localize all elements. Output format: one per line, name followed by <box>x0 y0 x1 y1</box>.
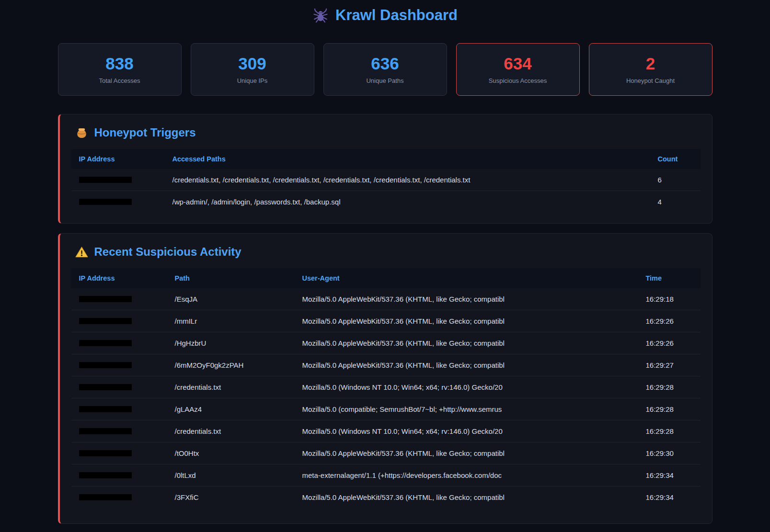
page-title: Krawl Dashboard <box>58 7 713 24</box>
ip-cell <box>71 332 167 354</box>
page-title-text: Krawl Dashboard <box>335 7 458 24</box>
time-cell: 16:29:28 <box>638 420 701 442</box>
table-row: /EsqJA Mozilla/5.0 AppleWebKit/537.36 (K… <box>71 288 701 310</box>
time-cell: 16:29:26 <box>638 310 701 332</box>
ip-cell <box>71 288 167 310</box>
table-row: /HgHzbrU Mozilla/5.0 AppleWebKit/537.36 … <box>71 332 701 354</box>
path-cell: /6mM2OyF0gk2zPAH <box>167 354 295 376</box>
redacted-ip-bar <box>79 340 132 346</box>
table-row: /0ltLxd meta-externalagent/1.1 (+https:/… <box>71 464 701 487</box>
path-cell: /tO0Htx <box>167 442 295 464</box>
ip-cell <box>71 398 167 420</box>
suspicious-activity-title-text: Recent Suspicious Activity <box>94 245 241 259</box>
ip-cell <box>71 487 167 509</box>
table-row: /credentials.txt Mozilla/5.0 (Windows NT… <box>71 376 701 398</box>
table-row: /wp-admin/, /admin/login, /passwords.txt… <box>71 191 701 213</box>
honeypot-header-row: IP Address Accessed Paths Count <box>71 149 701 169</box>
ip-cell <box>71 420 167 442</box>
ip-cell <box>71 191 165 213</box>
ip-cell <box>71 376 167 398</box>
stat-value: 634 <box>504 55 531 72</box>
stat-card-honeypot-caught: 2 Honeypot Caught <box>589 43 713 96</box>
redacted-ip-bar <box>79 177 132 183</box>
redacted-ip-bar <box>79 296 132 302</box>
stat-value: 838 <box>105 55 133 72</box>
path-cell: /3FXfiC <box>167 487 295 509</box>
time-cell: 16:29:34 <box>638 464 701 487</box>
user-agent-cell: Mozilla/5.0 AppleWebKit/537.36 (KHTML, l… <box>295 288 638 310</box>
redacted-ip-bar <box>79 406 132 412</box>
redacted-ip-bar <box>79 318 132 324</box>
stat-value: 2 <box>646 55 655 72</box>
table-row: /credentials.txt Mozilla/5.0 (Windows NT… <box>71 420 701 442</box>
time-cell: 16:29:28 <box>638 376 701 398</box>
count-cell: 4 <box>650 191 701 213</box>
column-header-ip-address: IP Address <box>71 149 165 169</box>
stat-label: Unique IPs <box>237 77 268 84</box>
count-cell: 6 <box>650 169 701 191</box>
redacted-ip-bar <box>79 472 132 478</box>
stat-label: Total Accesses <box>99 77 140 84</box>
time-cell: 16:29:34 <box>638 487 701 509</box>
ip-cell <box>71 442 167 464</box>
user-agent-cell: Mozilla/5.0 (Windows NT 10.0; Win64; x64… <box>295 376 638 398</box>
suspicious-activity-panel: Recent Suspicious Activity IP Address Pa… <box>58 233 713 524</box>
redacted-ip-bar <box>79 362 132 368</box>
table-row: /gLAAz4 Mozilla/5.0 (compatible; Semrush… <box>71 398 701 420</box>
stat-value: 309 <box>238 55 266 72</box>
user-agent-cell: Mozilla/5.0 AppleWebKit/537.36 (KHTML, l… <box>295 332 638 354</box>
path-cell: /0ltLxd <box>167 464 295 487</box>
path-cell: /credentials.txt <box>167 376 295 398</box>
honeypot-icon <box>75 126 88 139</box>
path-cell: /EsqJA <box>167 288 295 310</box>
column-header-path: Path <box>167 268 295 288</box>
user-agent-cell: Mozilla/5.0 AppleWebKit/537.36 (KHTML, l… <box>295 354 638 376</box>
redacted-ip-bar <box>79 199 132 205</box>
column-header-ip-address: IP Address <box>71 268 167 288</box>
honeypot-triggers-title-text: Honeypot Triggers <box>94 126 196 139</box>
path-cell: /gLAAz4 <box>167 398 295 420</box>
time-cell: 16:29:27 <box>638 354 701 376</box>
column-header-time: Time <box>638 268 701 288</box>
time-cell: 16:29:28 <box>638 398 701 420</box>
redacted-ip-bar <box>79 450 132 456</box>
table-row: /6mM2OyF0gk2zPAH Mozilla/5.0 AppleWebKit… <box>71 354 701 376</box>
user-agent-cell: meta-externalagent/1.1 (+https://develop… <box>295 464 638 487</box>
stat-label: Suspicious Accesses <box>489 77 547 84</box>
user-agent-cell: Mozilla/5.0 AppleWebKit/537.36 (KHTML, l… <box>295 442 638 464</box>
time-cell: 16:29:18 <box>638 288 701 310</box>
path-cell: /mmILr <box>167 310 295 332</box>
user-agent-cell: Mozilla/5.0 (Windows NT 10.0; Win64; x64… <box>295 420 638 442</box>
stat-card-unique-paths: 636 Unique Paths <box>323 43 447 96</box>
table-row: /mmILr Mozilla/5.0 AppleWebKit/537.36 (K… <box>71 310 701 332</box>
redacted-ip-bar <box>79 428 132 434</box>
ip-cell <box>71 169 165 191</box>
suspicious-table: IP Address Path User-Agent Time /EsqJA M… <box>71 268 701 508</box>
path-cell: /HgHzbrU <box>167 332 295 354</box>
user-agent-cell: Mozilla/5.0 AppleWebKit/537.36 (KHTML, l… <box>295 310 638 332</box>
user-agent-cell: Mozilla/5.0 (compatible; SemrushBot/7~bl… <box>295 398 638 420</box>
ip-cell <box>71 354 167 376</box>
column-header-accessed-paths: Accessed Paths <box>165 149 650 169</box>
stat-card-unique-ips: 309 Unique IPs <box>191 43 314 96</box>
stat-label: Unique Paths <box>366 77 403 84</box>
suspicious-header-row: IP Address Path User-Agent Time <box>71 268 701 288</box>
redacted-ip-bar <box>79 494 132 500</box>
accessed-paths-cell: /credentials.txt, /credentials.txt, /cre… <box>165 169 650 191</box>
column-header-user-agent: User-Agent <box>295 268 638 288</box>
ip-cell <box>71 464 167 487</box>
path-cell: /credentials.txt <box>167 420 295 442</box>
column-header-count: Count <box>650 149 701 169</box>
table-row: /3FXfiC Mozilla/5.0 AppleWebKit/537.36 (… <box>71 487 701 509</box>
stat-label: Honeypot Caught <box>626 77 675 84</box>
table-row: /tO0Htx Mozilla/5.0 AppleWebKit/537.36 (… <box>71 442 701 464</box>
time-cell: 16:29:30 <box>638 442 701 464</box>
honeypot-triggers-panel: Honeypot Triggers IP Address Accessed Pa… <box>58 114 713 224</box>
table-row: /credentials.txt, /credentials.txt, /cre… <box>71 169 701 191</box>
spider-icon <box>312 7 329 23</box>
redacted-ip-bar <box>79 384 132 390</box>
dashboard-container: Krawl Dashboard 838 Total Accesses 309 U… <box>58 7 713 524</box>
ip-cell <box>71 310 167 332</box>
stat-card-suspicious-accesses: 634 Suspicious Accesses <box>456 43 580 96</box>
user-agent-cell: Mozilla/5.0 AppleWebKit/537.36 (KHTML, l… <box>295 487 638 509</box>
